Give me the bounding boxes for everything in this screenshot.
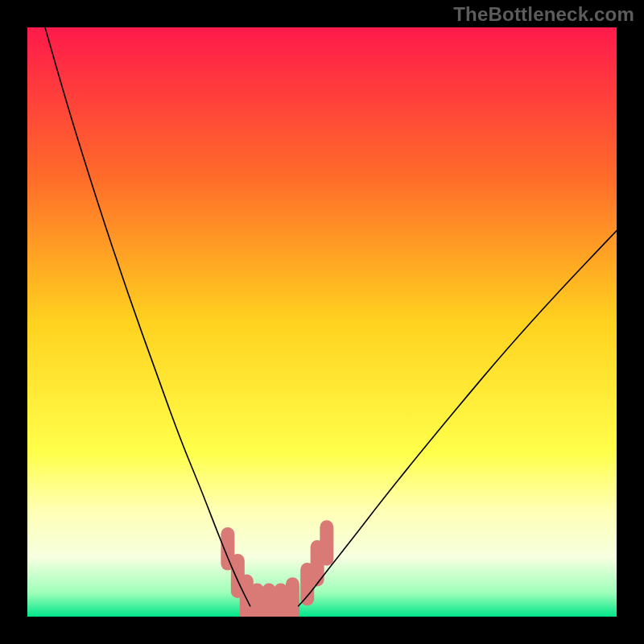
plot-frame: [27, 27, 617, 617]
chart-stage: TheBottleneck.com: [0, 0, 644, 644]
plot-svg: [27, 27, 617, 617]
watermark-text: TheBottleneck.com: [453, 3, 634, 26]
